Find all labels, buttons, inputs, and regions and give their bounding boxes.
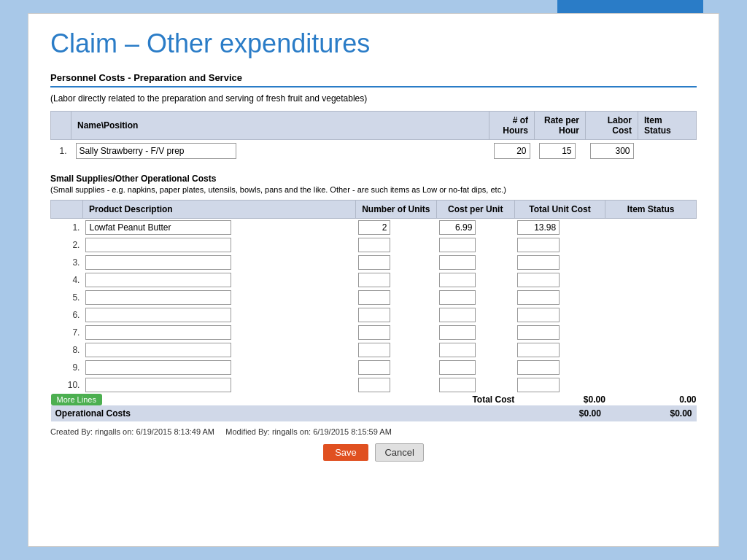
personnel-row: 1. [51, 140, 697, 163]
created-by: Created By: ringalls on: 6/19/2015 8:13:… [50, 427, 214, 436]
s-units-input-1[interactable] [358, 220, 390, 235]
s-row-10-desc [82, 376, 355, 394]
s-row-5-cost [436, 289, 514, 306]
cancel-button[interactable]: Cancel [375, 443, 423, 462]
s-row-10-status [605, 376, 697, 394]
s-row-2-total [514, 236, 605, 254]
s-total-input-9[interactable] [517, 360, 560, 375]
s-units-input-7[interactable] [358, 325, 390, 340]
supplies-row: 3. [51, 254, 697, 271]
s-row-4-desc [82, 271, 355, 289]
supplies-section: Small Supplies/Other Operational Costs (… [50, 174, 697, 421]
s-desc-input-3[interactable] [85, 255, 231, 270]
supplies-row: 8. [51, 341, 697, 359]
s-cost-input-9[interactable] [439, 360, 476, 375]
s-total-input-6[interactable] [517, 308, 560, 322]
s-units-input-2[interactable] [358, 238, 390, 252]
s-cost-input-10[interactable] [439, 378, 476, 392]
personnel-hours-input[interactable] [494, 143, 530, 159]
s-row-2-desc [82, 236, 355, 254]
s-total-input-10[interactable] [517, 378, 560, 392]
action-buttons: Save Cancel [50, 443, 697, 462]
supplies-row: 4. [51, 271, 697, 289]
s-total-input-5[interactable] [517, 290, 560, 305]
s-units-input-10[interactable] [358, 378, 390, 392]
s-row-1-status [605, 219, 697, 237]
s-units-input-3[interactable] [358, 255, 390, 270]
supplies-row: 9. [51, 359, 697, 376]
s-row-2-units [355, 236, 436, 254]
s-row-10-total [514, 376, 605, 394]
more-lines-button[interactable]: More Lines [51, 394, 102, 405]
s-cost-input-7[interactable] [439, 325, 476, 340]
s-desc-input-1[interactable] [85, 220, 231, 235]
s-desc-input-8[interactable] [85, 343, 231, 357]
s-desc-input-6[interactable] [85, 308, 231, 322]
s-row-7-desc [82, 324, 355, 341]
supplies-row: 2. [51, 236, 697, 254]
s-total-input-4[interactable] [517, 273, 560, 287]
s-row-8-cost [436, 341, 514, 359]
modified-by: Modified By: ringalls on: 6/19/2015 8:15… [225, 427, 391, 436]
s-row-5-total [514, 289, 605, 306]
s-row-7-units [355, 324, 436, 341]
s-cost-input-1[interactable] [439, 220, 476, 235]
row-1-status-cell [638, 140, 697, 163]
op-cost-row: Operational Costs $0.00 $0.00 [51, 405, 697, 421]
s-cost-input-3[interactable] [439, 255, 476, 270]
s-desc-input-5[interactable] [85, 290, 231, 305]
s-row-1-num: 1. [51, 219, 83, 237]
s-col-desc: Product Description [82, 201, 355, 219]
s-row-2-num: 2. [51, 236, 83, 254]
personnel-labor-input[interactable] [590, 143, 634, 159]
row-1-num: 1. [51, 140, 71, 163]
s-cost-input-5[interactable] [439, 290, 476, 305]
personnel-table: Name\Position # of Hours Rate per Hour L… [50, 111, 697, 162]
s-row-8-units [355, 341, 436, 359]
s-cost-input-6[interactable] [439, 308, 476, 322]
s-units-input-6[interactable] [358, 308, 390, 322]
col-hours-header: # of Hours [489, 112, 535, 140]
s-row-7-cost [436, 324, 514, 341]
supplies-row: 6. [51, 306, 697, 324]
s-units-input-8[interactable] [358, 343, 390, 357]
s-row-9-total [514, 359, 605, 376]
personnel-section-title: Personnel Costs - Preparation and Servic… [50, 72, 697, 88]
s-total-input-2[interactable] [517, 238, 560, 252]
s-total-input-8[interactable] [517, 343, 560, 357]
s-col-num [51, 201, 83, 219]
s-row-1-total [514, 219, 605, 237]
s-total-input-1[interactable] [517, 220, 560, 235]
s-desc-input-2[interactable] [85, 238, 231, 252]
s-row-4-total [514, 271, 605, 289]
save-button[interactable]: Save [323, 444, 368, 461]
s-total-input-3[interactable] [517, 255, 560, 270]
row-1-name-cell [71, 140, 489, 163]
s-row-3-status [605, 254, 697, 271]
s-cost-input-4[interactable] [439, 273, 476, 287]
s-units-input-9[interactable] [358, 360, 390, 375]
s-cost-input-8[interactable] [439, 343, 476, 357]
s-row-9-units [355, 359, 436, 376]
s-row-4-num: 4. [51, 271, 83, 289]
s-desc-input-4[interactable] [85, 273, 231, 287]
s-total-input-7[interactable] [517, 325, 560, 340]
s-col-units: Number of Units [355, 201, 436, 219]
s-units-input-4[interactable] [358, 273, 390, 287]
s-units-input-5[interactable] [358, 290, 390, 305]
s-desc-input-7[interactable] [85, 325, 231, 340]
s-row-9-desc [82, 359, 355, 376]
col-rate-header: Rate per Hour [535, 112, 586, 140]
col-num-header [51, 112, 71, 140]
personnel-name-input[interactable] [76, 143, 236, 159]
s-desc-input-10[interactable] [85, 378, 231, 392]
s-cost-input-2[interactable] [439, 238, 476, 252]
s-row-6-num: 6. [51, 306, 83, 324]
s-desc-input-9[interactable] [85, 360, 231, 375]
personnel-section-subtitle: (Labor directly related to the preparati… [50, 93, 697, 104]
s-row-8-desc [82, 341, 355, 359]
row-1-labor-cell [586, 140, 638, 163]
footer-meta: Created By: ringalls on: 6/19/2015 8:13:… [50, 427, 697, 436]
personnel-rate-input[interactable] [539, 143, 576, 159]
s-col-status: Item Status [605, 201, 697, 219]
